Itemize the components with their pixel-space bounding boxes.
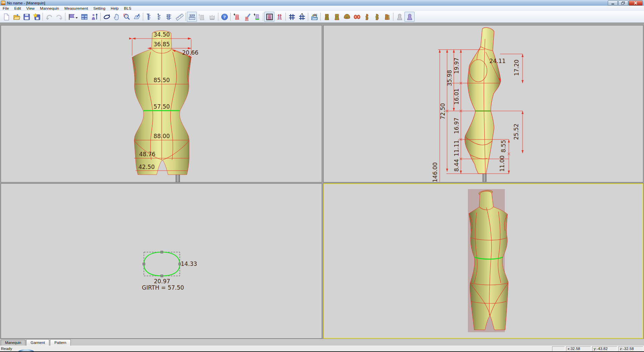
mannequin-height-icon: [91, 13, 98, 21]
minimize-icon: [610, 1, 615, 5]
mannequin-points-icon: [276, 13, 283, 21]
mannequin-sections-icon: [353, 13, 361, 21]
mannequin-move-disabled-button[interactable]: [197, 12, 207, 22]
menu-item-view[interactable]: View: [23, 6, 37, 11]
minimize-button[interactable]: [608, 0, 618, 6]
section-girth-label: GIRTH = 57.50: [142, 284, 184, 291]
measure-values-button[interactable]: 123: [187, 12, 197, 22]
new-document-icon: [3, 13, 10, 21]
side-bust-waist-label: 16.01: [453, 89, 460, 105]
status-coord-y: y:-43.82: [592, 346, 617, 351]
side-total-height-label: 146.00: [432, 162, 438, 182]
undo-icon: [45, 13, 53, 21]
girth-curve[interactable]: [144, 252, 180, 276]
menu-item-bls[interactable]: BLS: [121, 6, 134, 11]
save-button[interactable]: [21, 12, 32, 22]
mannequin-front-mesh-button[interactable]: [322, 12, 332, 22]
ruler-diagonal-icon: [176, 13, 183, 21]
mannequin-points-button[interactable]: [274, 12, 284, 22]
front-bust-label: 85.50: [154, 77, 170, 83]
side-crotch-hem-label: 8.44: [453, 159, 460, 172]
help-icon: ?: [221, 13, 228, 21]
mannequin-back-mesh-button[interactable]: [332, 12, 342, 22]
status-spacer: [552, 346, 565, 351]
menu-item-mannequin[interactable]: Mannequin: [37, 6, 62, 11]
app-logo-icon: LSX: [1, 1, 5, 5]
viewport-front[interactable]: 34.50 36.85 20.66 85.50 57.50 88.00 48.7…: [1, 25, 322, 182]
main-toolbar: 123 ? .obj: [0, 11, 644, 23]
mannequin-base-disabled-button[interactable]: [207, 12, 217, 22]
tab-pattern[interactable]: Pattern: [50, 339, 70, 346]
mannequin-sections-button[interactable]: [352, 12, 362, 22]
bookmark-view-button[interactable]: [66, 12, 79, 22]
bust-plain-icon: [396, 13, 404, 21]
close-button[interactable]: [629, 0, 643, 6]
mannequin-side-mesh-button[interactable]: [362, 12, 372, 22]
measure-vertical-button[interactable]: [144, 12, 154, 22]
help-button[interactable]: ?: [219, 12, 229, 22]
grid-button[interactable]: [287, 12, 297, 22]
app-window: LSX No name - [Manequin] File Edit View …: [0, 0, 644, 352]
measure-segment-button[interactable]: [154, 12, 164, 22]
side-front-drop-label: 17.20: [513, 60, 520, 76]
measure-double-button[interactable]: [164, 12, 174, 22]
zoom-extents-button[interactable]: [132, 12, 142, 22]
mannequin-raise-button[interactable]: [252, 12, 262, 22]
menu-item-setting[interactable]: Setting: [91, 6, 108, 11]
zoom-region-button[interactable]: [122, 12, 132, 22]
split-window-icon: [80, 13, 88, 21]
menu-item-help[interactable]: Help: [108, 6, 121, 11]
mannequin-draw-button[interactable]: [242, 12, 252, 22]
save-special-button[interactable]: [32, 12, 42, 22]
redo-button[interactable]: [54, 12, 64, 22]
mannequin-side-mesh-2-button[interactable]: [372, 12, 382, 22]
section-depth-label: 14.33: [181, 260, 197, 267]
viewport-3d[interactable]: [323, 183, 643, 339]
selection-box[interactable]: [144, 252, 180, 276]
menu-item-measurement[interactable]: Measurement: [62, 6, 91, 11]
measure-ruler-button[interactable]: [174, 12, 184, 22]
undo-button[interactable]: [44, 12, 54, 22]
tab-manequin[interactable]: Manequin: [1, 340, 25, 346]
zoom-region-icon: [123, 13, 131, 21]
import-obj-button[interactable]: .obj: [309, 12, 319, 22]
front-waist-label: 57.50: [154, 103, 170, 110]
grid-snap-button[interactable]: [297, 12, 307, 22]
viewport-side[interactable]: 146.00 72.50 35.98 19.97 16.01 16.97 11.…: [323, 25, 643, 182]
front-shoulder-slope-label: 20.66: [182, 49, 199, 56]
mannequin-back-mesh-icon: [333, 13, 341, 21]
mannequin-mesh-pair-button[interactable]: [382, 12, 392, 22]
bust-plain-button[interactable]: [394, 12, 405, 22]
mannequin-mesh-up-button[interactable]: [232, 12, 242, 22]
front-view-canvas: 34.50 36.85 20.66 85.50 57.50 88.00 48.7…: [1, 25, 322, 182]
menu-item-edit[interactable]: Edit: [12, 6, 24, 11]
menu-item-file[interactable]: File: [0, 6, 12, 11]
document-tab-bar: Manequin Garment Pattern: [0, 339, 644, 346]
split-window-button[interactable]: [79, 12, 89, 22]
side-hip-crotch-label: 11.11: [453, 140, 460, 157]
tab-garment[interactable]: Garment: [26, 339, 49, 346]
front-width-neck-label: 36.85: [154, 41, 170, 48]
section-view-canvas: 14.33 20.97 GIRTH = 57.50: [1, 184, 322, 338]
restore-button[interactable]: [618, 0, 628, 6]
bust-active-icon: [406, 13, 414, 21]
status-bar: Ready x:32.58 y:-43.82 z:-32.58: [0, 346, 644, 352]
pan-view-button[interactable]: [112, 12, 122, 22]
measure-vertical-icon: [146, 13, 153, 21]
mannequin-top-mesh-button[interactable]: [342, 12, 352, 22]
viewport-section[interactable]: 14.33 20.97 GIRTH = 57.50: [1, 183, 322, 339]
bust-active-button[interactable]: [405, 12, 415, 22]
front-thigh-label: 48.76: [139, 151, 156, 158]
rotate-view-button[interactable]: [102, 12, 112, 22]
mannequin-move-icon: [198, 13, 206, 21]
bookmark-view-icon: [67, 13, 78, 21]
new-document-button[interactable]: [1, 12, 11, 22]
mannequin-frame-button[interactable]: [264, 12, 274, 22]
open-file-button[interactable]: [11, 12, 21, 22]
mannequin-side-mesh-icon: [363, 13, 371, 21]
viewport-grid: 34.50 36.85 20.66 85.50 57.50 88.00 48.7…: [0, 23, 644, 339]
title-bar: LSX No name - [Manequin]: [0, 0, 644, 6]
mannequin-height-button[interactable]: [89, 12, 99, 22]
status-coord-z: z:-32.58: [619, 346, 643, 351]
front-leg-label: 42.50: [139, 164, 155, 170]
